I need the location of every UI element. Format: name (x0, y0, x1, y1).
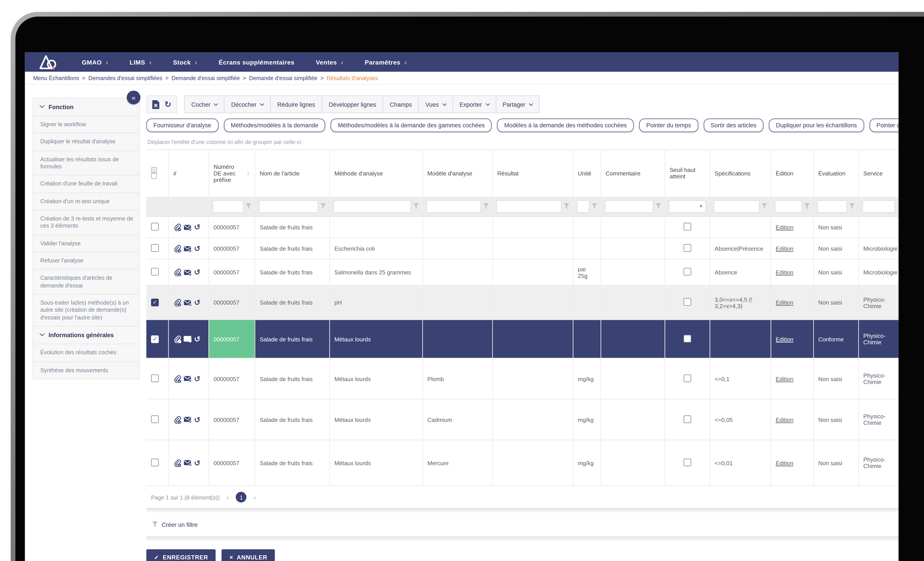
funnel-icon[interactable] (320, 203, 326, 209)
cell-resultat[interactable] (492, 320, 573, 358)
vues-button[interactable]: Vues (418, 95, 453, 113)
attach-icon[interactable] (173, 416, 181, 423)
row-checkbox[interactable] (151, 268, 159, 275)
col-edition[interactable]: Édition (771, 149, 813, 196)
filter-service-input[interactable] (862, 200, 895, 212)
seuil-checkbox[interactable] (683, 415, 691, 423)
funnel-icon[interactable] (762, 203, 767, 209)
menu-gmao[interactable]: GMAO‹ (82, 58, 108, 65)
col-seuil[interactable]: Seuil haut atteint (664, 149, 710, 196)
mail-icon[interactable] (183, 269, 192, 276)
menu-ecrans[interactable]: Écrans supplémentaires (219, 58, 294, 65)
cell-resultat[interactable] (492, 358, 573, 399)
sortir-articles-chip[interactable]: Sortir des articles (704, 119, 764, 132)
seuil-checkbox[interactable] (683, 458, 691, 466)
filter-article-input[interactable] (258, 200, 318, 212)
methodes-gammes-cochees-chip[interactable]: Méthodes/modèles à la demande des gammes… (331, 119, 492, 132)
col-commentaire[interactable]: Commentaire (601, 149, 664, 196)
funnel-icon[interactable] (804, 203, 809, 209)
pointer-temps-chip-2[interactable]: Pointer du temps (870, 119, 899, 132)
cocher-button[interactable]: Cocher (184, 95, 225, 113)
sidebar-item[interactable]: Dupliquer le résultat d'analyse (33, 133, 139, 150)
funnel-icon[interactable] (656, 203, 661, 209)
filter-commentaire-input[interactable] (604, 200, 653, 212)
filter-resultat-input[interactable] (496, 200, 561, 212)
menu-lims[interactable]: LIMS‹ (130, 58, 152, 65)
dupliquer-echantillons-chip[interactable]: Dupliquer pour les échantillons (769, 119, 864, 132)
decocher-button[interactable]: Décocher (224, 95, 271, 113)
seuil-checkbox[interactable] (683, 268, 691, 275)
table-row[interactable]: ✓ (146, 320, 898, 358)
edition-link[interactable]: Edition (776, 375, 794, 382)
table-row[interactable]: ↺ 00000057 Salade de fruits frais Métaux… (146, 440, 898, 486)
funnel-icon[interactable] (483, 203, 488, 209)
col-unite[interactable]: Unité (573, 149, 601, 196)
sidebar-item[interactable]: Évolution des résultats cochés (33, 344, 139, 361)
select-all-checkbox[interactable]: ✓ (151, 167, 157, 173)
sidebar-section-infos[interactable]: Informations générales (33, 326, 139, 344)
col-methode[interactable]: Méthode d'analyse (329, 149, 422, 196)
history-icon[interactable]: ↺ (194, 268, 201, 276)
pointer-temps-chip[interactable]: Pointer du temps (639, 119, 698, 132)
col-numero[interactable]: Numéro DE avec préfixe↑ (208, 149, 255, 196)
prev-page-icon[interactable]: ‹ (226, 493, 229, 501)
table-row[interactable]: ↺ 00000057 Salade de fruits frais Métaux… (146, 399, 898, 440)
filter-unite-input[interactable] (576, 200, 589, 212)
sidebar-item[interactable]: Actualiser les résultats issus de formul… (33, 150, 139, 175)
mail-icon[interactable] (183, 459, 192, 466)
col-hash[interactable]: # (168, 149, 208, 196)
methodes-modeles-chip[interactable]: Méthodes/modèles à la demande (224, 119, 325, 132)
row-checkbox[interactable] (151, 458, 159, 466)
funnel-icon[interactable] (564, 203, 569, 209)
history-icon[interactable]: ↺ (194, 299, 201, 306)
cell-commentaire[interactable] (601, 285, 664, 320)
mail-icon[interactable] (183, 335, 192, 343)
mail-icon[interactable] (183, 299, 192, 306)
edition-link[interactable]: Edition (776, 417, 794, 423)
filter-numero-input[interactable] (212, 200, 243, 212)
breadcrumb-item[interactable]: Menu Échantillons (33, 75, 79, 81)
edition-link[interactable]: Edition (776, 245, 794, 252)
history-icon[interactable]: ↺ (194, 459, 201, 467)
mail-icon[interactable] (183, 245, 192, 252)
cell-commentaire[interactable] (601, 259, 664, 286)
refresh-icon[interactable]: ↻ (165, 100, 171, 108)
sidebar-item[interactable]: Caractéristiques d'articles de demande d… (33, 269, 139, 294)
sort-asc-icon[interactable]: ↑ (247, 170, 250, 176)
col-article[interactable]: Nom de l'article (255, 149, 330, 196)
edition-link[interactable]: Edition (776, 269, 794, 275)
history-icon[interactable]: ↺ (194, 335, 201, 343)
sidebar-item[interactable]: Création de 3 re-tests et moyenne de ces… (33, 210, 139, 235)
cell-resultat[interactable] (492, 238, 573, 259)
menu-parametres[interactable]: Paramètres‹ (365, 58, 407, 65)
edition-link[interactable]: Edition (776, 224, 794, 230)
cell-resultat[interactable] (492, 285, 573, 320)
funnel-icon[interactable] (591, 203, 597, 209)
row-checkbox[interactable]: ✓ (151, 299, 159, 306)
save-button[interactable]: ✓ENREGISTRER (146, 549, 216, 561)
select-all-header[interactable]: ✓ (146, 149, 168, 196)
edition-link[interactable]: Edition (776, 299, 794, 306)
cell-resultat[interactable] (492, 217, 573, 238)
col-specifications[interactable]: Spécifications (710, 149, 771, 196)
filter-edition-input[interactable] (774, 200, 802, 212)
cell-commentaire[interactable] (601, 440, 664, 486)
funnel-icon[interactable] (413, 203, 418, 209)
cell-commentaire[interactable] (601, 320, 664, 358)
breadcrumb-item[interactable]: Demandes d'essai simplifiées (88, 75, 162, 81)
cancel-button[interactable]: ×ANNULER (222, 549, 275, 561)
attach-icon[interactable] (173, 223, 181, 231)
edition-link[interactable]: Edition (776, 335, 794, 342)
seuil-checkbox[interactable] (683, 298, 691, 306)
sidebar-item[interactable]: Création d'une feuille de travail (33, 175, 139, 193)
cell-commentaire[interactable] (601, 358, 664, 399)
cell-resultat[interactable] (492, 440, 573, 486)
developper-lignes-button[interactable]: Développer lignes (321, 95, 383, 113)
sidebar-collapse-button[interactable]: « (127, 91, 140, 104)
sidebar-item[interactable]: Refuser l'analyse (33, 252, 139, 269)
fournisseur-analyse-chip[interactable]: Fournisseur d'analyse (146, 119, 218, 132)
cell-resultat[interactable] (492, 259, 573, 286)
table-row[interactable]: ↺ 00000057 Salade de fruits frais Editio… (146, 217, 898, 238)
filter-methode-input[interactable] (333, 200, 411, 212)
filter-specs-input[interactable] (713, 200, 759, 212)
